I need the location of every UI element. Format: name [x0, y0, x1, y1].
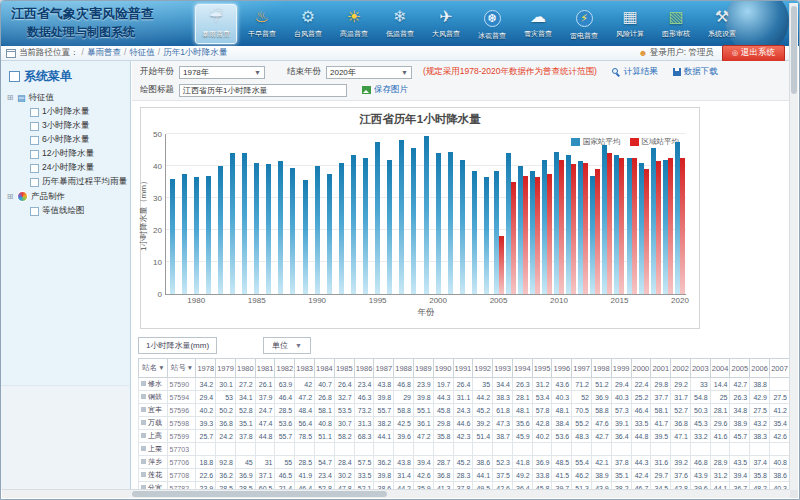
checkbox-icon[interactable]: [30, 164, 39, 173]
column-header-year[interactable]: 1979: [216, 359, 236, 378]
breadcrumb-item[interactable]: 特征值: [129, 47, 155, 57]
toolbar-item-9[interactable]: ⚡雷电普查: [563, 4, 605, 44]
column-header-year[interactable]: 1996: [552, 359, 572, 378]
column-header-year[interactable]: 1999: [611, 359, 631, 378]
column-header-year[interactable]: 1990: [433, 359, 453, 378]
toolbar-item-1[interactable]: ☔暴雨普查: [195, 4, 237, 44]
checkbox-icon[interactable]: [30, 122, 39, 131]
column-header-year[interactable]: 1988: [394, 359, 414, 378]
station-icon: [141, 446, 146, 451]
station-name-cell[interactable]: 上高: [139, 430, 168, 443]
horizontal-scrollbar-thumb[interactable]: [132, 491, 387, 497]
unit-dropdown[interactable]: 单位 ▼: [263, 337, 311, 354]
column-header-year[interactable]: 2006: [750, 359, 770, 378]
column-header-year[interactable]: 1984: [315, 359, 335, 378]
station-name-cell[interactable]: 宜丰: [139, 404, 168, 417]
vertical-scrollbar[interactable]: [789, 3, 798, 490]
calculate-button[interactable]: 计算结果: [612, 66, 658, 78]
column-header-year[interactable]: 1981: [255, 359, 275, 378]
download-button[interactable]: 数据下载: [673, 66, 718, 78]
table-row: 万载5759839.336.835.147.453.656.440.830.73…: [139, 417, 790, 430]
tree-item-1-5[interactable]: 24小时降水量: [6, 161, 130, 175]
bar-regional: [583, 163, 588, 294]
value-cell: 48.1: [512, 404, 532, 417]
station-name-cell[interactable]: 铜鼓: [139, 391, 168, 404]
tree-item-1-1[interactable]: 1小时降水量: [6, 105, 130, 119]
station-name-cell[interactable]: 万载: [139, 417, 168, 430]
column-header-year[interactable]: 1985: [334, 359, 354, 378]
column-header-year[interactable]: 2007: [770, 359, 790, 378]
tree-group-2[interactable]: ⊞产品制作: [6, 189, 130, 204]
column-header-year[interactable]: 1987: [374, 359, 394, 378]
column-header-year[interactable]: 1995: [532, 359, 552, 378]
value-cell: [591, 443, 611, 456]
column-header-year[interactable]: 1980: [235, 359, 255, 378]
column-header-year[interactable]: 1986: [354, 359, 374, 378]
breadcrumb-item[interactable]: 暴雨普查: [87, 47, 121, 57]
station-name-cell[interactable]: 莲花: [139, 469, 168, 482]
expander-icon[interactable]: ⊞: [6, 192, 14, 201]
column-header-year[interactable]: 1982: [275, 359, 295, 378]
toolbar-item-2[interactable]: ♨干旱普查: [241, 4, 283, 44]
expander-icon[interactable]: ⊞: [6, 93, 14, 102]
toolbar-item-7[interactable]: ❆冰雹普查: [471, 4, 513, 44]
toolbar-item-4[interactable]: ☀高温普查: [333, 4, 375, 44]
chart-title-input[interactable]: 江西省历年1小时降水量: [179, 84, 347, 97]
legend-item[interactable]: 国家站平均: [571, 137, 621, 147]
bar-national: [266, 164, 271, 294]
search-icon: [612, 68, 621, 77]
column-header-station[interactable]: 站名 ▾: [139, 359, 168, 378]
column-header-year[interactable]: 2005: [730, 359, 750, 378]
column-header-year[interactable]: 1983: [295, 359, 315, 378]
column-header-year[interactable]: 2003: [690, 359, 710, 378]
tree-group-1[interactable]: ⊞▤特征值: [6, 90, 130, 105]
toolbar-item-12[interactable]: ⚒系统设置: [701, 4, 743, 44]
checkbox-icon[interactable]: [30, 108, 39, 117]
column-header-year[interactable]: 1992: [473, 359, 493, 378]
checkbox-icon[interactable]: [30, 207, 39, 216]
scrollbar-corner: [790, 490, 798, 498]
y-tick-label: 30: [142, 194, 162, 203]
column-header-year[interactable]: 1993: [493, 359, 513, 378]
column-header-year[interactable]: 2000: [631, 359, 651, 378]
toolbar-item-3[interactable]: ⚙台风普查: [287, 4, 329, 44]
toolbar-item-5[interactable]: ❄低温普查: [379, 4, 421, 44]
checkbox-icon[interactable]: [30, 178, 39, 187]
value-cell: 38.3: [750, 430, 770, 443]
horizontal-scrollbar[interactable]: [2, 489, 790, 498]
end-year-select[interactable]: 2020年▼: [326, 66, 412, 79]
station-name-cell[interactable]: 修水: [139, 378, 168, 391]
column-header-year[interactable]: 2004: [710, 359, 730, 378]
start-year-select[interactable]: 1978年▼: [179, 66, 265, 79]
column-header-year[interactable]: 1994: [512, 359, 532, 378]
tree-item-2-1[interactable]: 等值线绘图: [6, 204, 130, 218]
toolbar-item-10[interactable]: ▦风险计算: [609, 4, 651, 44]
value-cell: 41.6: [710, 430, 730, 443]
column-header-year[interactable]: 2002: [671, 359, 691, 378]
station-name-cell[interactable]: 萍乡: [139, 456, 168, 469]
toolbar-item-11[interactable]: ▧图形审核: [655, 4, 697, 44]
tree-item-1-6[interactable]: 历年暴雨过程平均雨量: [6, 175, 130, 189]
logout-button[interactable]: ◎ 退出系统: [722, 45, 785, 62]
tree-item-1-4[interactable]: 12小时降水量: [6, 147, 130, 161]
column-header-year[interactable]: 1978: [196, 359, 216, 378]
legend-item[interactable]: 区域站平均: [630, 137, 680, 147]
column-header-id[interactable]: 站号 ▾: [167, 359, 196, 378]
column-header-year[interactable]: 1991: [453, 359, 473, 378]
breadcrumb-item[interactable]: 历年1小时降水量: [163, 47, 227, 57]
column-header-year[interactable]: 1989: [413, 359, 433, 378]
column-header-year[interactable]: 2001: [651, 359, 671, 378]
column-header-year[interactable]: 1998: [591, 359, 611, 378]
checkbox-icon[interactable]: [30, 150, 39, 159]
toolbar-item-6[interactable]: ✈大风普查: [425, 4, 467, 44]
vertical-scrollbar-thumb[interactable]: [791, 6, 797, 94]
column-header-year[interactable]: 1997: [572, 359, 592, 378]
station-name-cell[interactable]: 上栗: [139, 443, 168, 456]
x-tick-label: 1985: [248, 296, 266, 305]
toolbar-item-8[interactable]: ☁雪灾普查: [517, 4, 559, 44]
tree-item-1-3[interactable]: 6小时降水量: [6, 133, 130, 147]
tree-item-1-2[interactable]: 3小时降水量: [6, 119, 130, 133]
save-image-button[interactable]: 保存图片: [362, 84, 408, 96]
checkbox-icon[interactable]: [30, 136, 39, 145]
value-cell: 43.5: [730, 456, 750, 469]
